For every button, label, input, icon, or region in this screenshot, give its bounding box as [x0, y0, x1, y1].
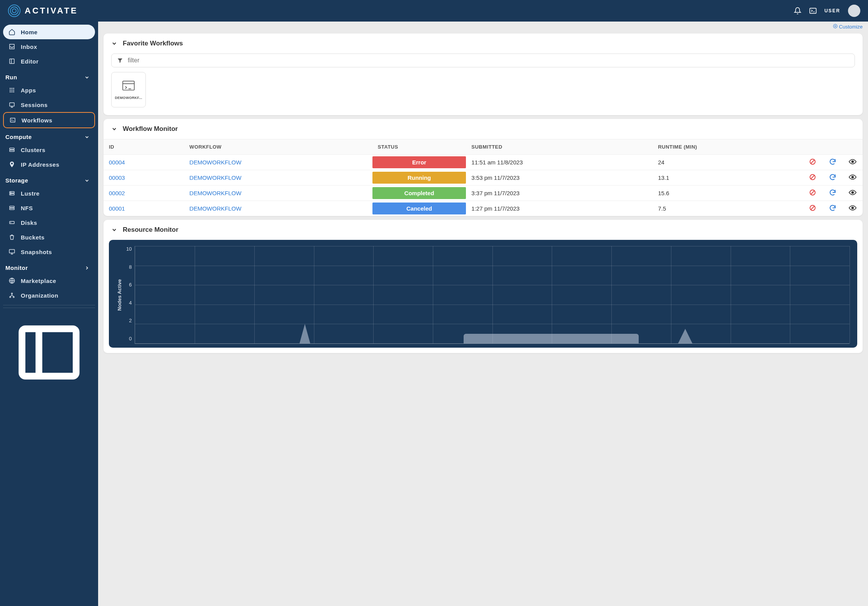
monitor-header[interactable]: Workflow Monitor — [103, 119, 863, 139]
row-workflow[interactable]: DEMOWORKFLOW — [189, 205, 241, 212]
row-submitted: 1:27 pm 11/7/2023 — [466, 201, 653, 216]
sidebar-section-storage[interactable]: Storage — [3, 172, 95, 186]
sidebar-item-label: Disks — [21, 219, 37, 226]
sidebar-item-clusters[interactable]: Clusters — [3, 142, 95, 157]
status-badge: Error — [372, 156, 466, 168]
sidebar-item-label: NFS — [21, 205, 33, 211]
row-id[interactable]: 00002 — [109, 190, 125, 196]
globe-icon — [8, 277, 15, 284]
svg-rect-27 — [9, 249, 15, 253]
sidebar-item-disks[interactable]: Disks — [3, 215, 95, 230]
svg-line-43 — [811, 191, 815, 194]
cancel-icon[interactable] — [809, 204, 816, 211]
avatar[interactable] — [848, 5, 860, 17]
terminal-icon[interactable] — [809, 7, 817, 15]
sidebar-collapse[interactable] — [3, 308, 95, 398]
favorites-header[interactable]: Favorite Workflows — [103, 33, 863, 54]
row-submitted: 3:53 pm 11/7/2023 — [466, 170, 653, 186]
chart-segment — [464, 334, 639, 343]
favorite-card[interactable]: DEMOWORKF... — [111, 72, 146, 107]
resource-header[interactable]: Resource Monitor — [103, 220, 863, 240]
sidebar-item-apps[interactable]: Apps — [3, 83, 95, 97]
sidebar-item-buckets[interactable]: Buckets — [3, 230, 95, 244]
svg-rect-24 — [10, 208, 14, 210]
inbox-icon — [8, 43, 15, 50]
bucket-icon — [8, 234, 15, 241]
row-id[interactable]: 00001 — [109, 205, 125, 212]
logo[interactable]: ACTIVATE — [8, 4, 78, 17]
y-tick: 4 — [126, 300, 132, 306]
sidebar-item-home[interactable]: Home — [3, 25, 95, 39]
sidebar-item-inbox[interactable]: Inbox — [3, 39, 95, 54]
row-workflow[interactable]: DEMOWORKFLOW — [189, 190, 241, 196]
sidebar-item-snapshots[interactable]: Snapshots — [3, 244, 95, 259]
chart-segment — [678, 329, 692, 343]
row-id[interactable]: 00004 — [109, 159, 125, 166]
sidebar-section-run[interactable]: Run — [3, 69, 95, 83]
svg-line-40 — [811, 176, 815, 179]
sidebar-item-sessions[interactable]: Sessions — [3, 97, 95, 112]
sidebar-item-label: Organization — [21, 292, 58, 299]
row-runtime: 24 — [653, 155, 803, 170]
chart-segment — [299, 324, 310, 343]
gear-icon — [833, 24, 838, 28]
sidebar-item-ip-addresses[interactable]: IP Addresses — [3, 157, 95, 172]
drive-icon — [8, 219, 15, 226]
sidebar-item-organization[interactable]: Organization — [3, 288, 95, 303]
plot-area — [135, 246, 850, 344]
sidebar-item-workflows[interactable]: Workflows — [3, 112, 95, 128]
row-workflow[interactable]: DEMOWORKFLOW — [189, 159, 241, 166]
eye-icon[interactable] — [849, 159, 856, 164]
sidebar-item-label: Editor — [21, 58, 38, 65]
monitor-icon — [8, 248, 15, 255]
brand-text: ACTIVATE — [25, 6, 78, 16]
eye-icon[interactable] — [849, 174, 856, 180]
retry-icon[interactable] — [829, 189, 836, 196]
svg-point-44 — [852, 192, 854, 194]
eye-icon[interactable] — [849, 205, 856, 211]
cancel-icon[interactable] — [809, 174, 816, 181]
sidebar-item-label: Clusters — [21, 147, 45, 153]
chevron-down-icon — [111, 40, 117, 47]
sidebar-section-compute[interactable]: Compute — [3, 128, 95, 142]
section-label: Run — [5, 74, 17, 80]
filter-box[interactable] — [111, 54, 855, 67]
sidebar-section-monitor[interactable]: Monitor — [3, 259, 95, 273]
bell-icon[interactable] — [794, 7, 801, 15]
chevron-down-icon — [84, 75, 90, 80]
sidebar-item-label: Snapshots — [21, 249, 52, 255]
cancel-icon[interactable] — [809, 189, 816, 196]
eye-icon[interactable] — [849, 190, 856, 195]
sidebar-item-label: Inbox — [21, 44, 37, 50]
customize-link[interactable]: Customize — [98, 22, 868, 30]
sidebar-item-editor[interactable]: Editor — [3, 54, 95, 69]
sidebar-item-label: Apps — [21, 87, 36, 94]
retry-icon[interactable] — [829, 204, 836, 212]
apps-icon — [8, 87, 15, 94]
svg-point-29 — [12, 293, 13, 294]
svg-rect-16 — [10, 118, 15, 122]
retry-icon[interactable] — [829, 173, 836, 181]
cancel-icon[interactable] — [809, 158, 816, 165]
chevron-down-icon — [111, 227, 117, 233]
svg-point-11 — [13, 90, 14, 91]
row-workflow[interactable]: DEMOWORKFLOW — [189, 174, 241, 181]
svg-point-1 — [10, 7, 18, 15]
y-tick: 6 — [126, 282, 132, 288]
chevron-right-icon — [84, 265, 90, 271]
col-workflow: WORKFLOW — [184, 139, 372, 155]
svg-point-31 — [13, 296, 14, 298]
sidebar-item-lustre[interactable]: Lustre — [3, 186, 95, 201]
section-label: Storage — [5, 177, 28, 184]
filter-input[interactable] — [128, 57, 849, 64]
svg-point-6 — [10, 88, 11, 89]
sidebar-item-label: Lustre — [21, 190, 40, 197]
sidebar-item-nfs[interactable]: NFS — [3, 201, 95, 215]
favorites-panel: Favorite Workflows DEMOWORKF... — [103, 33, 863, 115]
row-id[interactable]: 00003 — [109, 174, 125, 181]
retry-icon[interactable] — [829, 158, 836, 166]
chevron-down-icon — [111, 126, 117, 132]
sidebar-item-marketplace[interactable]: Marketplace — [3, 273, 95, 288]
row-submitted: 3:37 pm 11/7/2023 — [466, 186, 653, 201]
y-tick: 2 — [126, 318, 132, 323]
